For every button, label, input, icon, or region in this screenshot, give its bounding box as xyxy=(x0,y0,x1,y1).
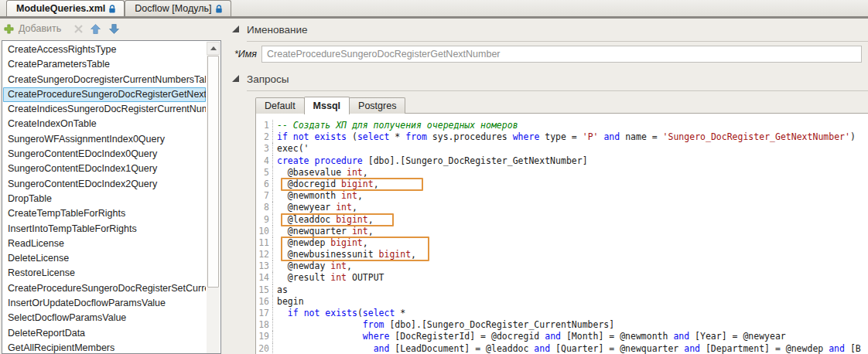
lock-icon xyxy=(108,5,116,13)
list-item[interactable]: ReadLicense xyxy=(3,237,206,251)
line-number: 18 xyxy=(256,319,273,331)
sql-code-editor[interactable]: 1-- Создать ХП для получения очередных н… xyxy=(255,113,868,354)
list-item[interactable]: CreateAccessRightsType xyxy=(3,43,206,57)
properties-panel: Именование *Имя Запросы DefaultMssqlPost… xyxy=(229,19,868,354)
list-item[interactable]: GetAllRecipientMembers xyxy=(3,341,206,354)
line-number: 6 xyxy=(256,179,273,190)
highlight-box xyxy=(281,213,394,226)
code-line: 8 @newyear int, xyxy=(256,202,868,213)
queries-group-header[interactable]: Запросы xyxy=(232,72,868,91)
list-item[interactable]: DropTable xyxy=(3,192,206,206)
code-line: 18 from [dbo].[Sungero_DocRegister_Curre… xyxy=(256,319,868,331)
code-line: 4create procedure [dbo].[Sungero_DocRegi… xyxy=(256,155,868,167)
code-line: 20 and [LeadDocument] = @leaddoc and [Qu… xyxy=(256,343,868,354)
list-item[interactable]: DeleteLicense xyxy=(3,251,206,266)
code-line: 13 @newday int, xyxy=(256,260,868,272)
line-number: 2 xyxy=(256,131,273,143)
add-query-button[interactable]: Добавить xyxy=(4,23,61,34)
list-item[interactable]: CreateParametersTable xyxy=(3,57,206,72)
delete-icon[interactable] xyxy=(73,24,84,34)
tab-docflow-module[interactable]: Docflow [Модуль] xyxy=(125,0,231,16)
line-number: 16 xyxy=(256,296,273,308)
line-number: 8 xyxy=(256,202,273,213)
code-line: 19 where [DocRegisterId] = @docregid and… xyxy=(256,331,868,342)
query-list-toolbar: Добавить xyxy=(0,19,226,39)
name-field-row: *Имя xyxy=(229,46,862,63)
line-number: 3 xyxy=(256,143,273,155)
document-tab-bar: ModuleQueries.xml Docflow [Модуль] xyxy=(0,0,868,16)
query-list: CreateAccessRightsTypeCreateParametersTa… xyxy=(2,40,221,354)
code-line: 2if not exists (select * from sys.proced… xyxy=(256,131,868,143)
scroll-up-icon xyxy=(210,46,217,50)
tab-label: ModuleQueries.xml xyxy=(16,3,105,14)
move-down-icon[interactable] xyxy=(109,24,119,34)
list-item[interactable]: SungeroContentEDocIndex1Query xyxy=(3,162,206,176)
name-field-label: *Имя xyxy=(229,49,257,60)
sql-tabbar: DefaultMssqlPostgres xyxy=(255,96,405,114)
module-editor-window: ModuleQueries.xml Docflow [Модуль] Добав… xyxy=(0,0,868,354)
list-item[interactable]: InsertIntoTempTableForRights xyxy=(3,222,206,237)
highlight-box xyxy=(281,237,429,261)
line-number: 4 xyxy=(256,155,273,167)
list-scrollbar[interactable] xyxy=(207,42,220,353)
list-item[interactable]: SungeroContentEDocIndex2Query xyxy=(3,177,206,192)
naming-group-header[interactable]: Именование xyxy=(232,22,868,42)
code-line: 1-- Создать ХП для получения очередных н… xyxy=(256,120,868,131)
lock-icon xyxy=(215,5,223,13)
collapse-toggle-icon[interactable] xyxy=(232,26,239,32)
sql-tab-default[interactable]: Default xyxy=(255,97,305,114)
list-item[interactable]: InsertOrUpdateDocflowParamsValue xyxy=(3,296,206,311)
move-up-icon[interactable] xyxy=(91,24,101,34)
scroll-up-button[interactable] xyxy=(207,42,220,55)
line-number: 20 xyxy=(256,343,273,354)
code-line: 5 @basevalue int, xyxy=(256,167,868,179)
line-number: 15 xyxy=(256,284,273,296)
code-line: 17 if not exists(select * xyxy=(256,308,868,319)
collapse-toggle-icon[interactable] xyxy=(232,75,239,82)
list-item[interactable]: CreateIndexOnTable xyxy=(3,117,206,131)
list-item[interactable]: SungeroWFAssignmentIndex0Query xyxy=(3,132,206,147)
naming-group-title: Именование xyxy=(247,24,308,36)
line-number: 10 xyxy=(256,226,273,237)
add-button-label: Добавить xyxy=(19,23,61,34)
sql-tab-postgres[interactable]: Postgres xyxy=(349,97,405,114)
line-number: 17 xyxy=(256,308,273,319)
line-number: 14 xyxy=(256,272,273,284)
list-item[interactable]: CreateSungeroDocregisterCurrentNumbersTa… xyxy=(3,73,206,87)
list-item[interactable]: SelectDocflowParamsValue xyxy=(3,311,206,325)
queries-group-title: Запросы xyxy=(247,73,289,85)
line-number: 5 xyxy=(256,167,273,179)
list-item[interactable]: CreateProcedureSungeroDocRegisterSetCurr… xyxy=(3,281,206,296)
line-number: 1 xyxy=(256,120,273,131)
code-line: 16begin xyxy=(256,296,868,308)
highlight-box xyxy=(281,178,423,191)
line-number: 9 xyxy=(256,214,273,226)
code-line: 10 @newquarter int, xyxy=(256,226,868,237)
list-item[interactable]: DeleteReportData xyxy=(3,326,206,341)
list-item[interactable]: RestoreLicense xyxy=(3,266,206,281)
list-item[interactable]: CreateProcedureSungeroDocRegisterGetNext… xyxy=(3,87,206,102)
line-number: 7 xyxy=(256,190,273,202)
query-list-items: CreateAccessRightsTypeCreateParametersTa… xyxy=(3,43,206,354)
line-number: 12 xyxy=(256,249,273,260)
tab-label: Docflow [Модуль] xyxy=(135,3,211,14)
name-input[interactable] xyxy=(261,46,862,63)
add-icon xyxy=(4,24,14,34)
sql-tab-mssql[interactable]: Mssql xyxy=(304,97,350,114)
code-line: 14 @result int OUTPUT xyxy=(256,272,868,284)
line-number: 19 xyxy=(256,331,273,342)
line-number: 13 xyxy=(256,260,273,272)
tab-modulequeries-xml[interactable]: ModuleQueries.xml xyxy=(6,0,125,16)
line-number: 11 xyxy=(256,237,273,249)
code-line: 15as xyxy=(256,284,868,296)
list-item[interactable]: CreateTempTableForRights xyxy=(3,206,206,221)
list-item[interactable]: CreateIndicesSungeroDocRegisterCurrentNu… xyxy=(3,102,206,117)
code-line: 7 @newmonth int, xyxy=(256,190,868,202)
code-line: 3exec(' xyxy=(256,143,868,155)
scrollbar-thumb[interactable] xyxy=(207,56,219,288)
list-item[interactable]: SungeroContentEDocIndex0Query xyxy=(3,147,206,162)
